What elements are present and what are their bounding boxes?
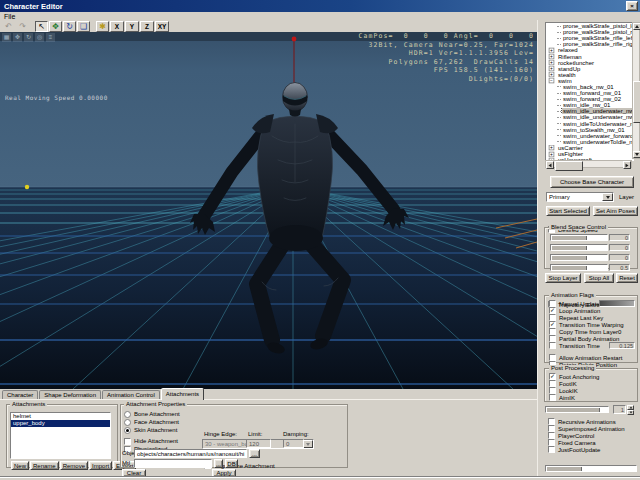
- superimposed-animation-checkbox[interactable]: Superimposed Animation: [548, 425, 640, 432]
- checkbox-icon[interactable]: [549, 354, 556, 361]
- axis-z-button[interactable]: Z: [140, 21, 154, 32]
- checkbox-icon[interactable]: [549, 300, 556, 307]
- fixed-camera-checkbox[interactable]: Fixed Camera: [548, 439, 640, 446]
- checkbox-icon[interactable]: [549, 394, 556, 401]
- move-tool-icon[interactable]: ✥: [49, 21, 62, 32]
- collapse-icon[interactable]: −: [549, 78, 555, 84]
- expand-icon[interactable]: +: [549, 145, 555, 151]
- set-aim-poses-button[interactable]: Set Aim Poses: [593, 206, 638, 216]
- tab-attachments[interactable]: Attachments: [161, 388, 204, 400]
- import-button[interactable]: Import: [89, 461, 112, 470]
- recursive-animations-checkbox[interactable]: Recursive Animations: [548, 418, 640, 425]
- face-attachment-radio[interactable]: Face Attachment: [124, 418, 180, 426]
- blend-value-field[interactable]: 0: [609, 254, 630, 261]
- checkbox-icon[interactable]: [548, 432, 555, 439]
- bone-attachment-radio[interactable]: Bone Attachment: [124, 410, 180, 418]
- chevron-down-icon[interactable]: [602, 193, 613, 201]
- scale-tool-icon[interactable]: ❏: [77, 21, 90, 32]
- blend-slider[interactable]: [550, 254, 608, 261]
- mtl-db-button[interactable]: DB: [225, 459, 238, 468]
- mtl-browse-button[interactable]: ...: [214, 459, 223, 468]
- checkbox-icon[interactable]: ✓: [549, 373, 556, 380]
- partial-body-animation-checkbox[interactable]: Partial Body Animation: [549, 335, 637, 342]
- skin-attachment-radio[interactable]: Skin Attachment: [124, 426, 180, 434]
- reset-button[interactable]: Reset: [616, 273, 638, 283]
- object-browse-button[interactable]: ...: [249, 449, 260, 458]
- stop-all-button[interactable]: Stop All: [584, 273, 614, 283]
- expand-icon[interactable]: +: [549, 54, 555, 60]
- checkbox-icon[interactable]: ✓: [549, 307, 556, 314]
- blend-value-field[interactable]: 0: [609, 244, 630, 251]
- zoom-icon[interactable]: ◎: [35, 33, 44, 42]
- transition-time-field[interactable]: 0.125: [609, 342, 635, 349]
- pan-icon[interactable]: ✥: [13, 33, 22, 42]
- grid-icon[interactable]: ≡: [46, 33, 55, 42]
- manual-update-checkbox[interactable]: Manual Update: [549, 300, 637, 307]
- checkbox-icon[interactable]: [549, 328, 556, 335]
- title-bar[interactable]: Character Editor ×: [0, 0, 640, 12]
- scroll-right-icon[interactable]: [623, 161, 631, 169]
- menu-file[interactable]: File: [0, 13, 19, 20]
- align-bone-checkbox[interactable]: Align Bone Attachment: [204, 462, 640, 469]
- slider-thumb[interactable]: [552, 236, 587, 240]
- scroll-down-icon[interactable]: [633, 151, 640, 158]
- checkbox-icon[interactable]: [549, 387, 556, 394]
- footik-checkbox[interactable]: FootIK: [549, 380, 637, 387]
- select-tool-icon[interactable]: ↖: [35, 21, 48, 32]
- spin-down-icon[interactable]: [627, 410, 634, 415]
- animation-tree[interactable]: prone_walkStrafe_pistol_left_slow_0prone…: [545, 22, 634, 161]
- checkbox-icon[interactable]: [548, 425, 555, 432]
- slider-thumb[interactable]: [552, 246, 587, 250]
- mtl-field[interactable]: [134, 459, 212, 468]
- attachment-item[interactable]: helmet: [11, 413, 110, 420]
- blend-value-field[interactable]: 0: [609, 234, 630, 241]
- playercontrol-checkbox[interactable]: PlayerControl: [548, 432, 640, 439]
- checkbox-icon[interactable]: [548, 418, 555, 425]
- layer-select[interactable]: Primary: [546, 192, 614, 202]
- vscroll-thumb[interactable]: [633, 81, 640, 123]
- blend-slider[interactable]: [550, 244, 608, 251]
- expand-icon[interactable]: +: [549, 60, 555, 66]
- axis-xy-button[interactable]: XY: [155, 21, 169, 32]
- blend-slider[interactable]: [550, 264, 608, 271]
- radio-icon[interactable]: [124, 419, 131, 426]
- checkbox-icon[interactable]: [549, 380, 556, 387]
- expand-icon[interactable]: +: [549, 72, 555, 78]
- scroll-left-icon[interactable]: [546, 161, 554, 169]
- orbit-icon[interactable]: ↻: [24, 33, 33, 42]
- checkbox-icon[interactable]: ✓: [549, 321, 556, 328]
- slider-thumb[interactable]: [552, 256, 587, 260]
- weight-spin-value[interactable]: 1: [613, 405, 626, 414]
- stop-layer-button[interactable]: Stop Layer: [545, 273, 581, 283]
- scroll-up-icon[interactable]: [633, 23, 640, 30]
- rename-button[interactable]: Rename: [30, 461, 59, 470]
- axis-x-button[interactable]: X: [110, 21, 124, 32]
- choose-base-character-button[interactable]: Choose Base Character: [550, 176, 634, 188]
- loop-animation-checkbox[interactable]: ✓Loop Animation: [549, 307, 637, 314]
- copy-time-from-layer0-checkbox[interactable]: Copy Time from Layer0: [549, 328, 637, 335]
- snap-tool-icon[interactable]: ✱: [96, 21, 109, 32]
- checkbox-icon[interactable]: [549, 335, 556, 342]
- checkbox-icon[interactable]: [124, 438, 131, 445]
- remove-button[interactable]: Remove: [60, 461, 88, 470]
- allow-animation-restart-checkbox[interactable]: Allow Animation Restart: [549, 354, 637, 361]
- justfootupdate-checkbox[interactable]: JustFootUpdate: [548, 446, 640, 453]
- slider-thumb[interactable]: [552, 266, 587, 270]
- rotate-tool-icon[interactable]: ↻: [63, 21, 76, 32]
- expand-icon[interactable]: +: [549, 66, 555, 72]
- radio-icon[interactable]: [124, 427, 131, 434]
- new-button[interactable]: New: [11, 461, 29, 470]
- start-selected-button[interactable]: Start Selected: [546, 206, 590, 216]
- hide-attachment-checkbox[interactable]: Hide Attachment: [124, 437, 178, 445]
- lookik-checkbox[interactable]: LookIK: [549, 387, 637, 394]
- object-field[interactable]: objects/characters/human/us/nanosuit/hi: [134, 449, 247, 458]
- checkbox-icon[interactable]: [549, 342, 556, 349]
- monitor-icon[interactable]: ▦: [2, 33, 11, 42]
- blend-slider[interactable]: [550, 234, 608, 241]
- transition-time-checkbox[interactable]: Transition Time0.125: [549, 342, 637, 349]
- checkbox-icon[interactable]: [548, 439, 555, 446]
- tree-vscrollbar[interactable]: [632, 22, 640, 159]
- hscroll-thumb[interactable]: [555, 161, 583, 171]
- attachments-list[interactable]: helmetupper_body: [10, 412, 111, 459]
- checkbox-icon[interactable]: [548, 446, 555, 453]
